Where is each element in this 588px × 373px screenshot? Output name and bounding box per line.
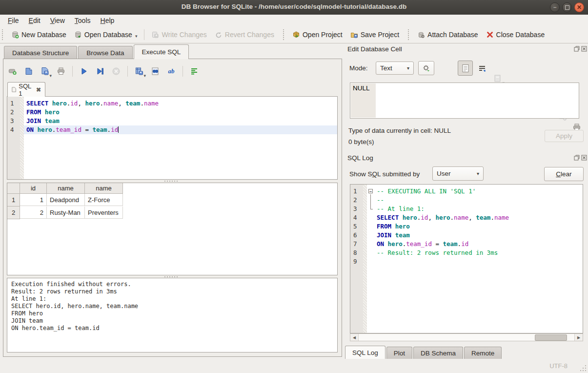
sql-document-tab[interactable]: SQL 1 ✖ [7,82,45,97]
open-database-button[interactable]: Open Database ▾ [70,29,142,41]
mode-combobox[interactable]: Text ▾ [376,62,414,75]
code-line[interactable]: 4ON hero.team_id = team.id [7,125,337,134]
tab-plot[interactable]: Plot [386,347,412,359]
save-sql-file-icon[interactable]: ▾ [40,66,50,76]
attach-database-button[interactable]: Attach Database [413,29,482,41]
stop-icon [111,66,121,76]
text-mode-toggle[interactable] [458,61,473,76]
toolbar-drag-handle[interactable] [2,29,5,40]
code-line[interactable]: 8-- Result: 2 rows returned in 3ms [350,249,583,257]
menu-edit[interactable]: Edit [24,16,45,25]
dock-close-icon[interactable] [581,155,587,161]
table-cell[interactable]: Z-Force [85,194,123,206]
close-database-icon [486,31,494,39]
menu-help[interactable]: Help [96,16,120,25]
open-database-dropdown-icon[interactable]: ▾ [135,34,138,39]
code-line[interactable]: 1SELECT hero.id, hero.name, team.name [7,99,337,108]
tab-sql-log[interactable]: SQL Log [345,346,385,359]
code-line[interactable]: 7ON hero.team_id = team.id [350,240,583,249]
code-line[interactable]: 1−-- EXECUTING ALL IN 'SQL 1' [350,187,583,196]
row-header[interactable]: 2 [7,207,20,219]
dock-float-icon[interactable] [574,155,580,161]
new-sql-tab-icon[interactable] [8,66,18,76]
code-line[interactable]: 9 [350,257,583,266]
close-button[interactable]: ✕ [574,2,584,12]
table-cell[interactable]: Deadpond [47,194,85,206]
open-project-button[interactable]: Open Project [288,29,346,41]
clear-log-button[interactable]: Clear [544,167,584,181]
code-line[interactable]: 4SELECT hero.id, hero.name, team.name [350,213,583,222]
toolbar-drag-handle[interactable] [408,29,411,40]
tab-browse-data[interactable]: Browse Data [78,46,132,59]
save-project-button[interactable]: Save Project [346,29,403,41]
cell-value-editor[interactable]: NULL [350,83,579,119]
log-filter-label: Show SQL submitted by [349,170,420,178]
cell-size-label: 0 byte(s) [348,138,374,145]
maximize-button[interactable] [562,2,572,12]
menu-file[interactable]: File [3,16,24,25]
mode-label: Mode: [349,64,368,72]
dock-float-icon[interactable] [574,46,580,52]
menu-tools[interactable]: Tools [70,16,96,25]
table-cell[interactable]: Preventers [85,207,123,219]
grid-corner[interactable] [7,183,20,194]
format-code-icon[interactable] [189,66,199,76]
column-header[interactable]: name [85,183,123,194]
save-results-dropdown-icon[interactable]: ▾ [143,73,146,78]
code-line[interactable]: 6JOIN team [350,231,583,240]
close-database-button[interactable]: Close Database [482,29,549,41]
code-line[interactable]: 3JOIN team [7,117,337,125]
column-header[interactable]: name [47,183,85,194]
scrollbar-thumb[interactable] [535,334,567,341]
tab-execute-sql[interactable]: Execute SQL [134,44,189,59]
save-results-icon[interactable]: ▾ [134,66,144,76]
code-line[interactable]: 2FROM hero [7,108,337,117]
log-horizontal-scrollbar[interactable]: ◀ ▶ [350,333,583,341]
column-header[interactable]: id [20,183,47,194]
write-changes-icon [151,31,159,39]
fold-collapse-icon[interactable]: − [368,189,373,193]
log-filter-combobox[interactable]: User ▾ [432,166,484,181]
table-cell[interactable]: 1 [20,194,47,206]
scroll-right-icon[interactable]: ▶ [574,334,583,341]
splitter-handle[interactable] [161,180,181,182]
close-sql-tab-icon[interactable]: ✖ [36,86,41,93]
apply-format-button[interactable] [418,61,434,75]
text-caret [118,126,119,133]
new-database-label: New Database [21,31,66,39]
find-replace-icon[interactable] [150,66,160,76]
table-cell[interactable]: 2 [20,207,47,219]
row-header[interactable]: 1 [7,194,20,207]
tab-database-structure[interactable]: Database Structure [4,46,77,59]
apply-button: Apply [545,130,584,142]
minimize-icon: − [553,4,556,10]
code-line[interactable]: 3-- At line 1: [350,205,583,213]
code-line[interactable]: 2-- [350,196,583,205]
minimize-button[interactable]: − [550,2,560,12]
new-database-icon [11,31,19,39]
sql-editor[interactable]: 1SELECT hero.id, hero.name, team.name2FR… [7,96,338,180]
tab-remote[interactable]: Remote [464,347,502,359]
new-database-button[interactable]: New Database [7,29,70,41]
close-database-label: Close Database [496,31,545,39]
auto-completion-icon[interactable]: ab [166,66,176,76]
dock-close-icon[interactable] [581,46,587,52]
sql-log-view[interactable]: 1−-- EXECUTING ALL IN 'SQL 1'2--3-- At l… [350,184,583,333]
execution-message[interactable]: Execution finished without errors. Resul… [7,278,338,352]
line-number: 4 [7,125,20,134]
code-line[interactable]: 5FROM hero [350,222,583,231]
print-icon[interactable] [56,66,66,76]
menu-view[interactable]: View [45,16,70,25]
size-grip[interactable] [580,365,586,371]
word-wrap-icon[interactable] [477,64,487,74]
toolbar-drag-handle[interactable] [283,29,286,40]
main-tab-bar: Database Structure Browse Data Execute S… [4,44,190,59]
table-cell[interactable]: Rusty-Man [47,207,85,219]
save-sql-dropdown-icon[interactable]: ▾ [49,73,52,78]
scroll-left-icon[interactable]: ◀ [350,334,359,341]
open-sql-file-icon[interactable] [24,66,34,76]
execute-current-line-icon[interactable] [95,66,105,76]
mode-value: Text [380,64,392,72]
execute-all-icon[interactable] [79,66,89,76]
tab-db-schema[interactable]: DB Schema [413,347,463,359]
